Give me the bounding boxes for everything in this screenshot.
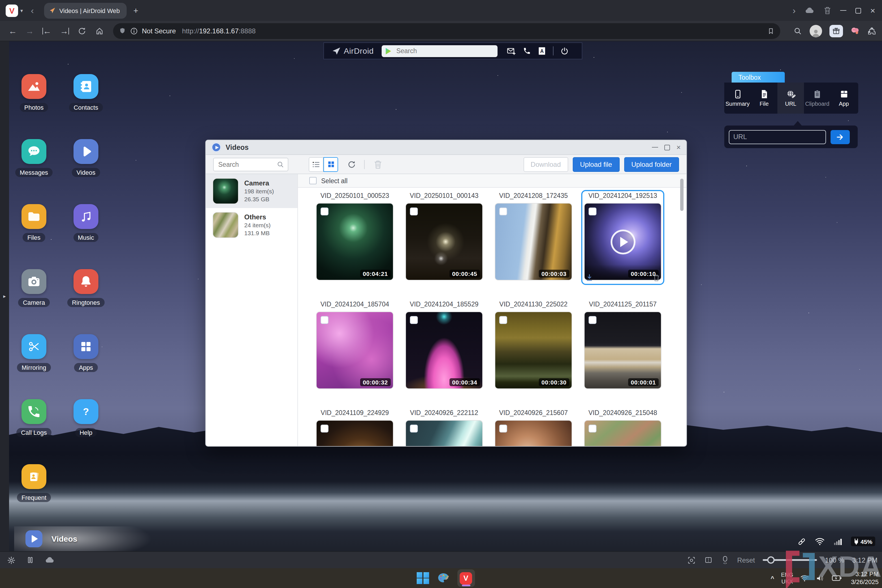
search-icon[interactable] [276, 160, 284, 168]
delete-video-icon[interactable] [653, 274, 660, 281]
video-thumbnail[interactable] [584, 420, 662, 446]
wifi-icon[interactable] [815, 537, 825, 546]
zoom-reset-button[interactable]: Reset [737, 556, 755, 564]
font-language-icon[interactable]: A [538, 46, 546, 56]
toolbox-app[interactable]: App [831, 82, 857, 114]
select-all-checkbox[interactable] [309, 177, 316, 184]
app-files[interactable]: Files [8, 202, 60, 267]
app-ringtones[interactable]: Ringtones [60, 267, 112, 332]
tray-wifi-icon[interactable] [800, 574, 809, 582]
video-checkbox[interactable] [589, 424, 597, 432]
toolbox-clipboard[interactable]: Clipboard [804, 82, 831, 114]
video-card[interactable]: VID_20241208_172435 00:00:03 [495, 192, 572, 280]
video-thumbnail[interactable] [495, 420, 572, 446]
app-frequent[interactable]: Frequent [8, 462, 60, 527]
video-card[interactable]: VID_20241130_225022 00:00:30 [495, 301, 572, 389]
tray-expand-chevron[interactable]: ^ [771, 575, 774, 582]
tray-clock[interactable]: 3:12 PM 3/26/2025 [851, 570, 879, 586]
tray-volume-icon[interactable] [816, 574, 825, 582]
win-close-button[interactable]: × [676, 143, 681, 152]
rewind-icon[interactable]: ← [42, 26, 51, 36]
vivaldi-menu-button[interactable]: V [6, 4, 18, 16]
panels-toggle-icon[interactable] [26, 556, 34, 564]
upload-folder-button[interactable]: Upload folder [624, 157, 679, 172]
new-tab-button[interactable]: + [134, 6, 138, 15]
shield-icon[interactable] [119, 27, 126, 35]
statusbar-clock[interactable]: 3:12 PM [852, 556, 878, 564]
app-help[interactable]: ? Help [60, 397, 112, 462]
vivaldi-taskbar-button[interactable]: V [457, 569, 475, 587]
power-icon[interactable] [560, 46, 569, 55]
nav-back-icon[interactable]: ← [9, 26, 17, 36]
closed-tabs-trash-icon[interactable] [824, 6, 831, 15]
signal-bars-icon[interactable] [833, 537, 842, 545]
win-maximize-button[interactable] [664, 144, 670, 150]
app-mirroring[interactable]: Mirroring [8, 332, 60, 397]
video-card[interactable]: VID_20250101_000143 00:00:45 [405, 192, 483, 280]
nav-forward-icon[interactable]: → [26, 26, 34, 36]
language-indicator[interactable]: ENGUKX [781, 572, 793, 585]
win-minimize-button[interactable] [652, 147, 658, 148]
video-card[interactable]: VID_20250101_000523 00:04:21 [316, 192, 393, 280]
list-view-button[interactable] [309, 157, 323, 172]
videos-window-titlebar[interactable]: Videos × [206, 140, 686, 155]
tab-tiling-icon[interactable] [704, 556, 713, 564]
app-messages[interactable]: Messages [8, 137, 60, 202]
capture-page-icon[interactable] [687, 555, 696, 564]
chevron-down-icon[interactable]: ▾ [20, 8, 23, 13]
video-card[interactable]: VID_20240926_215048 [584, 410, 662, 446]
url-input[interactable] [729, 130, 826, 144]
toolbox-file[interactable]: File [751, 82, 777, 114]
url-send-button[interactable] [831, 130, 850, 144]
brain-extension-icon[interactable] [850, 27, 860, 35]
connection-link-icon[interactable] [797, 537, 806, 546]
refresh-icon[interactable] [347, 160, 356, 169]
delete-icon[interactable] [374, 160, 382, 169]
call-icon[interactable] [523, 47, 531, 55]
video-checkbox[interactable] [321, 207, 328, 215]
app-camera[interactable]: Camera [8, 267, 60, 332]
video-card[interactable]: VID_20241204_185529 00:00:34 [405, 301, 483, 389]
paint-app-icon[interactable] [436, 572, 450, 585]
video-checkbox[interactable] [499, 207, 507, 215]
tab-scroll-left-icon[interactable]: ‹ [31, 5, 34, 15]
video-checkbox[interactable] [589, 207, 597, 215]
browser-tab[interactable]: Videos | AirDroid Web [44, 3, 127, 18]
video-checkbox[interactable] [321, 424, 328, 432]
panel-expand-icon[interactable]: ▸ [3, 293, 6, 299]
airdroid-search[interactable] [382, 45, 498, 57]
video-checkbox[interactable] [410, 424, 418, 432]
video-card[interactable]: VID_20240926_215607 [495, 410, 572, 446]
bookmark-icon[interactable] [767, 27, 775, 35]
video-thumbnail[interactable] [316, 420, 393, 446]
folder-camera[interactable]: Camera 198 item(s) 26.35 GB [206, 174, 297, 208]
video-card[interactable]: VID_20241109_224929 [316, 410, 393, 446]
app-call-logs[interactable]: Call Logs [8, 397, 60, 462]
toolbox-tab[interactable]: Toolbox [732, 72, 785, 82]
app-contacts[interactable]: Contacts [60, 72, 112, 137]
app-videos[interactable]: Videos [60, 137, 112, 202]
video-checkbox[interactable] [410, 316, 418, 324]
video-card-selected[interactable]: VID_20241204_192513 00:00:10 [584, 192, 662, 280]
settings-gear-icon[interactable] [7, 555, 16, 564]
profile-avatar[interactable] [810, 25, 822, 37]
video-thumbnail[interactable] [405, 420, 483, 446]
window-close-button[interactable]: × [870, 6, 875, 15]
window-scrollbar[interactable] [680, 178, 684, 211]
video-checkbox[interactable] [410, 207, 418, 215]
video-card[interactable]: VID_20241125_201157 00:00:01 [584, 301, 662, 389]
window-restore-button[interactable] [855, 8, 861, 13]
airdroid-dock-item[interactable]: Videos [14, 526, 201, 551]
info-icon[interactable] [130, 27, 138, 35]
new-message-icon[interactable] [507, 46, 516, 55]
video-checkbox[interactable] [321, 316, 328, 324]
video-card[interactable]: VID_20240926_222112 [405, 410, 483, 446]
zoom-slider-thumb[interactable] [768, 556, 775, 564]
play-overlay-icon[interactable] [610, 229, 635, 254]
folder-others[interactable]: Others 24 item(s) 131.9 MB [206, 208, 297, 242]
tab-scroll-right-icon[interactable]: › [793, 5, 796, 15]
reload-icon[interactable] [78, 26, 87, 35]
puzzle-extensions-icon[interactable] [867, 26, 876, 35]
toolbox-url[interactable]: URL [777, 82, 804, 114]
videos-search-input[interactable] [217, 160, 274, 168]
